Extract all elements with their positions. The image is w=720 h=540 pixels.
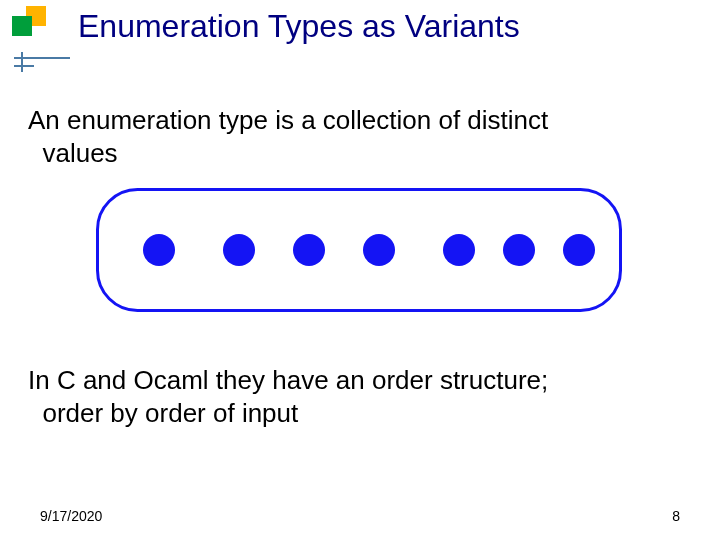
- deco-square-green: [12, 16, 32, 36]
- slide-title: Enumeration Types as Variants: [78, 8, 520, 45]
- footer-page-number: 8: [672, 508, 680, 524]
- enum-dot-7: [563, 234, 595, 266]
- enum-dot-5: [443, 234, 475, 266]
- enum-dot-4: [363, 234, 395, 266]
- enum-dot-6: [503, 234, 535, 266]
- title-decoration: [12, 6, 72, 78]
- enum-dot-2: [223, 234, 255, 266]
- enum-dot-3: [293, 234, 325, 266]
- p1-line1: An enumeration type is a collection of d…: [28, 105, 548, 135]
- diagram-container-rect: [98, 190, 621, 311]
- p2-line1: In C and Ocaml they have an order struct…: [28, 365, 548, 395]
- enum-dot-1: [143, 234, 175, 266]
- p1-line2: values: [42, 138, 117, 168]
- slide-footer: 9/17/2020 8: [40, 508, 680, 524]
- paragraph-1: An enumeration type is a collection of d…: [28, 104, 692, 169]
- paragraph-2: In C and Ocaml they have an order struct…: [28, 364, 692, 429]
- p2-line2: order by order of input: [42, 398, 298, 428]
- enumeration-diagram: [96, 188, 622, 312]
- slide: Enumeration Types as Variants An enumera…: [0, 0, 720, 540]
- footer-date: 9/17/2020: [40, 508, 102, 524]
